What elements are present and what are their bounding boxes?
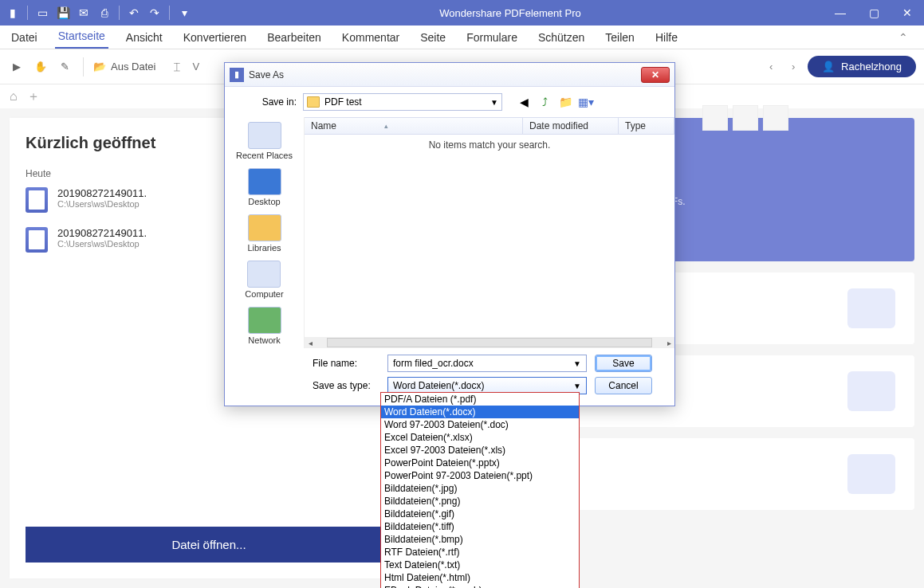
print-icon[interactable]: ⎙ [96,5,112,21]
nav-up-icon[interactable]: ⤴ [536,94,553,110]
place-network[interactable]: Network [248,307,281,345]
place-label: Libraries [247,243,281,253]
scanner-icon[interactable]: ⌶ [168,58,186,76]
obscured-tools [702,105,788,131]
view-menu-icon[interactable]: ▦▾ [577,94,595,110]
type-option[interactable]: PDF/A Dateien (*.pdf) [381,393,579,406]
empty-message: No items match your search. [429,139,551,151]
nav-back-icon[interactable]: ◀ [515,94,533,110]
save-button[interactable]: Save [595,355,652,372]
type-option[interactable]: Text Dateien(*.txt) [381,559,579,571]
from-file-label: Aus Datei [111,61,155,73]
tab-datei[interactable]: Datei [8,26,41,49]
ribbon-tabs: Datei Startseite Ansicht Konvertieren Be… [0,25,924,49]
recent-file-path: C:\Users\ws\Desktop [57,239,147,249]
file-list-body: No items match your search. [305,135,674,337]
type-option[interactable]: Excel Dateien(*.xlsx) [381,431,579,444]
savein-value: PDF test [324,96,362,108]
toolbar-prev-icon[interactable]: ‹ [763,61,779,73]
tab-seite[interactable]: Seite [417,26,449,49]
type-option[interactable]: Bilddateien(*.png) [381,495,579,508]
type-option[interactable]: Word Dateien(*.docx) [381,406,579,418]
redo-icon[interactable]: ↷ [147,5,163,21]
recent-places-icon [248,122,281,149]
file-list-header[interactable]: Name▴ Date modified Type [305,117,674,135]
user-name: Rachelzhong [841,61,902,73]
minimize-button[interactable]: — [824,0,857,25]
save-icon[interactable]: 💾 [55,5,71,21]
open-icon[interactable]: ▭ [34,5,50,21]
tab-teilen[interactable]: Teilen [602,26,638,49]
new-tab-icon[interactable]: ＋ [27,88,40,105]
tab-formulare[interactable]: Formulare [463,26,521,49]
edit-tool-icon[interactable]: ✎ [56,58,73,76]
select-tool-icon[interactable]: ▶ [8,58,26,76]
saveas-type-dropdown[interactable]: PDF/A Dateien (*.pdf)Word Dateien(*.docx… [380,392,580,588]
pdf-file-icon [26,187,48,213]
tab-schuetzen[interactable]: Schützen [535,26,588,49]
type-option[interactable]: PowerPoint 97-2003 Dateien(*.ppt) [381,469,579,482]
dialog-close-button[interactable]: ✕ [641,67,670,83]
convert-icon [847,288,895,328]
undo-icon[interactable]: ↶ [126,5,142,21]
horizontal-scrollbar[interactable]: ◂ ▸ [305,337,674,348]
hand-tool-icon[interactable]: ✋ [32,58,49,76]
type-option[interactable]: Bilddateien(*.tiff) [381,520,579,533]
tab-ansicht[interactable]: Ansicht [123,26,166,49]
filename-input[interactable]: form filed_ocr.docx ▼ [387,355,587,372]
ribbon-collapse-icon[interactable]: ⌃ [891,26,916,49]
desktop-icon [248,168,281,195]
col-date[interactable]: Date modified [523,118,619,134]
type-option[interactable]: Bilddateien(*.gif) [381,508,579,520]
home-tab-icon[interactable]: ⌂ [10,89,18,104]
place-recent[interactable]: Recent Places [236,122,293,160]
maximize-button[interactable]: ▢ [857,0,891,25]
type-option[interactable]: EBook Dateien(*.epub) [381,584,579,588]
templates-icon [847,454,895,494]
tab-startseite[interactable]: Startseite [55,25,108,49]
type-option[interactable]: RTF Dateien(*.rtf) [381,546,579,559]
new-folder-icon[interactable]: 📁 [556,94,574,110]
dialog-titlebar[interactable]: ▮ Save As ✕ [225,63,674,87]
libraries-icon [248,214,281,241]
tab-kommentar[interactable]: Kommentar [339,26,403,49]
type-option[interactable]: PowerPoint Dateien(*.pptx) [381,457,579,469]
tab-konvertieren[interactable]: Konvertieren [180,26,250,49]
folder-icon [307,96,320,108]
saveas-type-value: Word Dateien(*.docx) [393,380,485,391]
app-logo-icon: ▮ [5,5,21,21]
col-type[interactable]: Type [619,118,674,134]
user-button[interactable]: 👤 Rachelzhong [808,56,916,77]
type-option[interactable]: Bilddateien(*.jpg) [381,482,579,495]
scroll-right-icon[interactable]: ▸ [663,339,674,347]
place-label: Desktop [248,197,280,206]
file-list: Name▴ Date modified Type No items match … [305,117,674,348]
chevron-down-icon: ▼ [573,382,581,390]
type-option[interactable]: Html Dateien(*.html) [381,571,579,584]
tab-hilfe[interactable]: Hilfe [652,26,681,49]
folder-out-icon: 📂 [93,61,106,73]
computer-icon [247,261,281,288]
type-option[interactable]: Excel 97-2003 Dateien(*.xls) [381,444,579,457]
open-file-button[interactable]: Datei öffnen... [26,527,392,563]
place-computer[interactable]: Computer [245,261,283,299]
place-desktop[interactable]: Desktop [248,168,281,206]
filename-label: File name: [313,358,379,369]
scroll-thumb[interactable] [327,338,652,347]
recent-file-name: 201908272149011. [57,227,147,239]
dialog-logo-icon: ▮ [230,68,244,82]
type-option[interactable]: Word 97-2003 Dateien(*.doc) [381,418,579,431]
col-name[interactable]: Name▴ [305,118,523,134]
qat-dropdown-icon[interactable]: ▾ [176,5,192,21]
scroll-left-icon[interactable]: ◂ [305,339,316,347]
close-button[interactable]: ✕ [891,0,924,25]
place-libraries[interactable]: Libraries [247,214,281,253]
savein-combo[interactable]: PDF test ▼ [303,93,502,111]
mail-icon[interactable]: ✉ [76,5,92,21]
from-file-button[interactable]: 📂 Aus Datei [93,61,155,73]
type-option[interactable]: Bilddateien(*.bmp) [381,533,579,546]
tab-bearbeiten[interactable]: Bearbeiten [264,26,324,49]
toolbar-next-icon[interactable]: › [785,61,801,73]
cancel-button[interactable]: Cancel [595,377,652,394]
app-title: Wondershare PDFelement Pro [197,7,824,19]
